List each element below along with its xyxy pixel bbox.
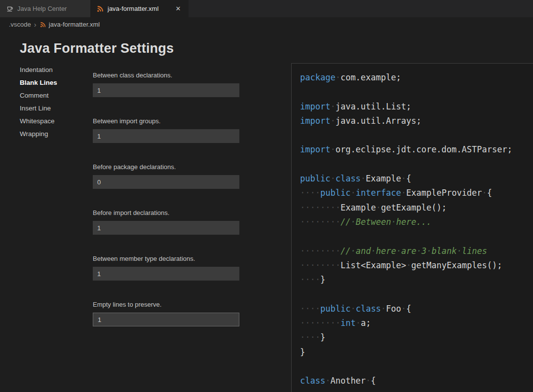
code-preview-panel: package·com.example;import·java.util.Lis… bbox=[291, 63, 533, 392]
field-between-member-type-declarations: Between member type declarations. bbox=[93, 255, 241, 281]
code-line bbox=[300, 359, 533, 374]
field-label: Between class declarations. bbox=[93, 71, 241, 79]
code-line bbox=[300, 287, 533, 301]
nav-item-indentation[interactable]: Indentation bbox=[20, 64, 89, 76]
code-line: import·java.util.Arrays; bbox=[300, 114, 533, 128]
field-label: Before package declarations. bbox=[93, 163, 241, 171]
nav-item-blank-lines[interactable]: Blank Lines bbox=[20, 76, 89, 89]
field-label: Between member type declarations. bbox=[93, 255, 241, 263]
between-member-type-declarations-input[interactable] bbox=[93, 267, 239, 281]
code-line: ········List<Example>·getManyExamples(); bbox=[300, 258, 533, 273]
breadcrumb-file[interactable]: java-formatter.xml bbox=[49, 21, 100, 28]
field-between-class-declarations: Between class declarations. bbox=[93, 71, 241, 97]
close-tab-icon[interactable]: ✕ bbox=[174, 5, 183, 12]
code-line: ····public·interface·ExampleProvider·{ bbox=[300, 186, 533, 200]
field-label: Between import groups. bbox=[93, 117, 241, 125]
field-empty-lines-to-preserve: Empty lines to preserve. bbox=[93, 301, 241, 326]
code-line: package·com.example; bbox=[300, 71, 533, 85]
code-line: ····} bbox=[300, 273, 533, 287]
xml-file-icon bbox=[96, 5, 104, 13]
code-line bbox=[300, 85, 533, 99]
page-title: Java Formatter Settings bbox=[20, 41, 174, 56]
code-line: ····public·class·Foo·{ bbox=[300, 302, 533, 316]
code-line: ········int·a; bbox=[300, 316, 533, 330]
between-class-declarations-input[interactable] bbox=[93, 83, 239, 97]
tab-bar: Java Help Center java-formatter.xml ✕ bbox=[0, 0, 533, 17]
tab-java-help-center[interactable]: Java Help Center bbox=[0, 0, 90, 17]
code-line: ········Example·getExample(); bbox=[300, 201, 533, 215]
code-line: import·org.eclipse.jdt.core.dom.ASTParse… bbox=[300, 143, 533, 157]
code-line: } bbox=[300, 345, 533, 359]
blank-lines-form: Between class declarations. Between impo… bbox=[93, 71, 241, 347]
nav-item-comment[interactable]: Comment bbox=[20, 89, 89, 102]
settings-nav: Indentation Blank Lines Comment Insert L… bbox=[20, 64, 89, 141]
nav-item-wrapping[interactable]: Wrapping bbox=[20, 128, 89, 141]
xml-file-icon bbox=[39, 21, 46, 28]
code-line: ········//·and·here·are·3·blank·lines bbox=[300, 244, 533, 258]
tab-label: Java Help Center bbox=[17, 5, 67, 12]
empty-lines-to-preserve-input[interactable] bbox=[93, 313, 239, 326]
code-line: ········//·Between·here... bbox=[300, 215, 533, 229]
code-line bbox=[300, 128, 533, 143]
field-label: Empty lines to preserve. bbox=[93, 301, 241, 309]
field-before-import-declarations: Before import declarations. bbox=[93, 209, 241, 235]
nav-item-whitespace[interactable]: Whitespace bbox=[20, 115, 89, 128]
java-cup-icon bbox=[6, 5, 14, 13]
nav-item-insert-line[interactable]: Insert Line bbox=[20, 102, 89, 115]
before-import-declarations-input[interactable] bbox=[93, 221, 239, 235]
code-preview-lines: package·com.example;import·java.util.Lis… bbox=[300, 71, 533, 389]
code-line: import·java.util.List; bbox=[300, 100, 533, 114]
code-line: ····} bbox=[300, 330, 533, 345]
tab-label: java-formatter.xml bbox=[108, 5, 158, 12]
code-line: class·Another·{ bbox=[300, 374, 533, 388]
breadcrumb: .vscode › java-formatter.xml bbox=[0, 17, 533, 32]
tab-java-formatter-xml[interactable]: java-formatter.xml ✕ bbox=[90, 0, 189, 17]
chevron-right-icon: › bbox=[34, 21, 37, 28]
code-line: public·class·Example·{ bbox=[300, 172, 533, 186]
between-import-groups-input[interactable] bbox=[93, 129, 239, 143]
code-line bbox=[300, 229, 533, 244]
field-label: Before import declarations. bbox=[93, 209, 241, 217]
before-package-declarations-input[interactable] bbox=[93, 175, 239, 189]
code-line bbox=[300, 157, 533, 172]
field-between-import-groups: Between import groups. bbox=[93, 117, 241, 143]
field-before-package-declarations: Before package declarations. bbox=[93, 163, 241, 189]
breadcrumb-folder[interactable]: .vscode bbox=[9, 21, 31, 28]
